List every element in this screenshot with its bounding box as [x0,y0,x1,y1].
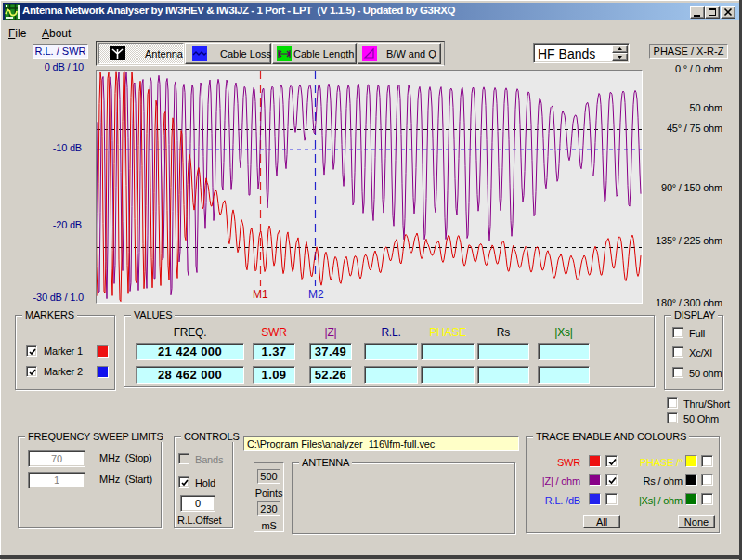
svg-text:M1: M1 [253,288,268,301]
svg-text:M2: M2 [308,288,324,301]
